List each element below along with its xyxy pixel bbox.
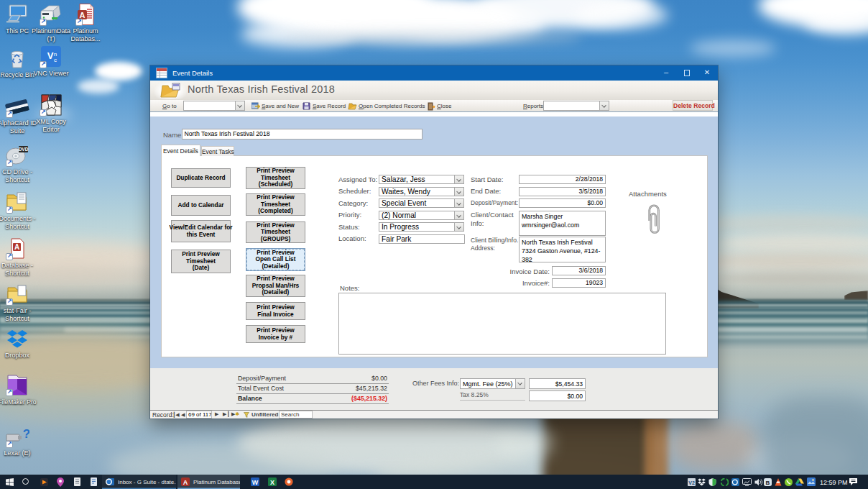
svg-text:V: V <box>47 50 54 61</box>
svg-text:A: A <box>14 243 19 251</box>
svg-text:?: ? <box>23 427 29 441</box>
svg-text:V2: V2 <box>688 480 695 485</box>
svg-text:A: A <box>183 479 188 486</box>
svg-text:X: X <box>270 479 274 486</box>
svg-text:c: c <box>54 57 57 63</box>
svg-text:B: B <box>766 480 770 486</box>
svg-text:W: W <box>252 479 259 486</box>
svg-text:DVD: DVD <box>19 147 29 152</box>
